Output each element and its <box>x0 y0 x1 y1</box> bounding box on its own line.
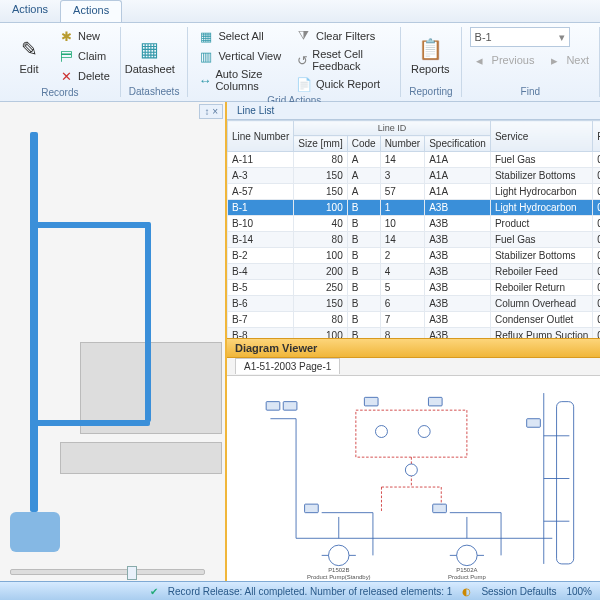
cell[interactable]: B <box>347 296 380 312</box>
cell[interactable]: 100 <box>294 200 347 216</box>
cell[interactable]: B-8 <box>228 328 294 339</box>
cell[interactable]: 8 <box>380 328 425 339</box>
table-row[interactable]: B-780B7A3BCondenser Outlet01 <box>228 312 601 328</box>
cell[interactable]: Fuel Gas <box>490 232 592 248</box>
cell[interactable]: B <box>347 232 380 248</box>
clear-filters-button[interactable]: ⧩Clear Filters <box>294 27 392 45</box>
cell[interactable]: A-3 <box>228 168 294 184</box>
cell[interactable]: Light Hydrocarbon <box>490 200 592 216</box>
col-area[interactable]: ProcessArea <box>593 121 600 152</box>
cell[interactable]: 01 <box>593 264 600 280</box>
cell[interactable]: 150 <box>294 184 347 200</box>
cell[interactable]: 250 <box>294 280 347 296</box>
table-row[interactable]: B-8100B8A3BReflux Pump Suction01 <box>228 328 601 339</box>
reports-button[interactable]: 📋Reports <box>409 27 451 84</box>
find-prev-button[interactable]: ◂Previous <box>470 51 537 69</box>
table-row[interactable]: A-3150A3A1AStabilizer Bottoms01 <box>228 168 601 184</box>
delete-button[interactable]: ✕Delete <box>56 67 112 85</box>
cell[interactable]: 5 <box>380 280 425 296</box>
cell[interactable]: 40 <box>294 216 347 232</box>
cell[interactable]: B-10 <box>228 216 294 232</box>
cell[interactable]: B-7 <box>228 312 294 328</box>
cell[interactable]: A3B <box>425 264 491 280</box>
cell[interactable]: A1A <box>425 152 491 168</box>
edit-button[interactable]: ✎Edit <box>8 27 50 85</box>
table-row[interactable]: B-6150B6A3BColumn Overhead01 <box>228 296 601 312</box>
cell[interactable]: A <box>347 184 380 200</box>
pane-3d-view[interactable]: ↕ × <box>0 102 227 581</box>
cell[interactable]: 80 <box>294 232 347 248</box>
cell[interactable]: 4 <box>380 264 425 280</box>
diagram-canvas[interactable]: P1502B Product Pump(Standby) P1502A Prod… <box>227 376 600 581</box>
cell[interactable]: Light Hydrocarbon <box>490 184 592 200</box>
cell[interactable]: 10 <box>380 216 425 232</box>
cell[interactable]: 80 <box>294 152 347 168</box>
cell[interactable]: B-5 <box>228 280 294 296</box>
table-row[interactable]: B-5250B5A3BReboiler Return01 <box>228 280 601 296</box>
cell[interactable]: A1A <box>425 168 491 184</box>
linelist-tab[interactable]: Line List <box>227 102 600 120</box>
diagram-doc-tab[interactable]: A1-51-2003 Page-1 <box>235 358 340 374</box>
cell[interactable]: 3 <box>380 168 425 184</box>
vertical-view-button[interactable]: ▥Vertical View <box>196 47 288 65</box>
status-zoom[interactable]: 100% <box>566 586 592 597</box>
cell[interactable]: 14 <box>380 152 425 168</box>
cell[interactable]: B <box>347 248 380 264</box>
cell[interactable]: 150 <box>294 168 347 184</box>
tab-actions-1[interactable]: Actions <box>0 0 60 22</box>
cell[interactable]: 01 <box>593 216 600 232</box>
cell[interactable]: Fuel Gas <box>490 152 592 168</box>
table-row[interactable]: B-1040B10A3BProduct01 <box>228 216 601 232</box>
cell[interactable]: A3B <box>425 280 491 296</box>
cell[interactable]: A3B <box>425 216 491 232</box>
cell[interactable]: A <box>347 168 380 184</box>
cell[interactable]: Stabilizer Bottoms <box>490 248 592 264</box>
cell[interactable]: 01 <box>593 232 600 248</box>
cell[interactable]: Column Overhead <box>490 296 592 312</box>
cell[interactable]: 01 <box>593 312 600 328</box>
col-spec[interactable]: Specification <box>425 136 491 152</box>
cell[interactable]: Reboiler Return <box>490 280 592 296</box>
cell[interactable]: Reboiler Feed <box>490 264 592 280</box>
cell[interactable]: A3B <box>425 232 491 248</box>
cell[interactable]: A3B <box>425 200 491 216</box>
cell[interactable]: B-14 <box>228 232 294 248</box>
status-defaults[interactable]: Session Defaults <box>481 586 556 597</box>
table-row[interactable]: B-1480B14A3BFuel Gas01 <box>228 232 601 248</box>
table-row[interactable]: A-1180A14A1AFuel Gas01 <box>228 152 601 168</box>
table-row[interactable]: A-57150A57A1ALight Hydrocarbon01 <box>228 184 601 200</box>
diagram-viewer-header[interactable]: Diagram Viewer <box>227 338 600 358</box>
cell[interactable]: Reflux Pump Suction <box>490 328 592 339</box>
status-defaults-icon[interactable]: ◐ <box>462 586 471 597</box>
cell[interactable]: 01 <box>593 248 600 264</box>
cell[interactable]: B <box>347 264 380 280</box>
cell[interactable]: B-4 <box>228 264 294 280</box>
cell[interactable]: Condenser Outlet <box>490 312 592 328</box>
new-button[interactable]: ✱New <box>56 27 112 45</box>
cell[interactable]: A3B <box>425 248 491 264</box>
cell[interactable]: 01 <box>593 200 600 216</box>
select-all-button[interactable]: ▦Select All <box>196 27 288 45</box>
table-row[interactable]: B-1100B1A3BLight Hydrocarbon01 <box>228 200 601 216</box>
datasheet-button[interactable]: ▦Datasheet <box>129 27 171 84</box>
cell[interactable]: B <box>347 280 380 296</box>
cell[interactable]: B-6 <box>228 296 294 312</box>
cell[interactable]: A3B <box>425 328 491 339</box>
cell[interactable]: 80 <box>294 312 347 328</box>
col-linenumber[interactable]: Line Number <box>228 121 294 152</box>
cell[interactable]: 01 <box>593 184 600 200</box>
cell[interactable]: B <box>347 200 380 216</box>
slider-thumb[interactable] <box>127 566 137 580</box>
cell[interactable]: A3B <box>425 296 491 312</box>
find-input[interactable]: B-1▾ <box>470 27 570 47</box>
cell[interactable]: Product <box>490 216 592 232</box>
cell[interactable]: 150 <box>294 296 347 312</box>
cell[interactable]: 7 <box>380 312 425 328</box>
cell[interactable]: 01 <box>593 328 600 339</box>
dropdown-icon[interactable]: ▾ <box>559 31 565 44</box>
slider-3d[interactable] <box>10 569 205 575</box>
cell[interactable]: A1A <box>425 184 491 200</box>
cell[interactable]: 200 <box>294 264 347 280</box>
cell[interactable]: 57 <box>380 184 425 200</box>
table-row[interactable]: B-2100B2A3BStabilizer Bottoms01 <box>228 248 601 264</box>
